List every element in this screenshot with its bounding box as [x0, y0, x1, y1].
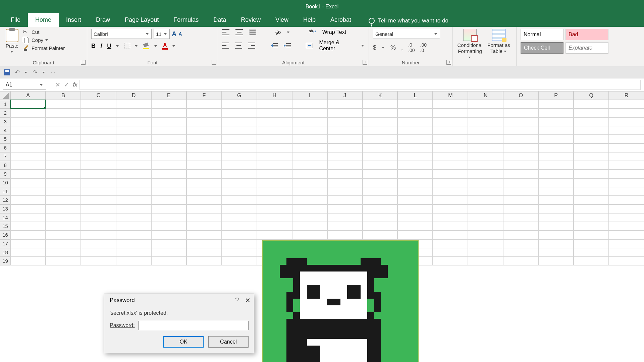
row-header[interactable]: 16 [0, 231, 10, 239]
cell[interactable] [363, 135, 398, 143]
cell[interactable] [222, 187, 257, 196]
cell[interactable] [609, 109, 644, 117]
cell[interactable] [397, 126, 433, 135]
cell[interactable] [151, 196, 186, 204]
cell[interactable] [10, 178, 46, 187]
cell[interactable] [397, 222, 433, 231]
cell[interactable] [503, 187, 538, 196]
cell[interactable] [186, 109, 222, 117]
cell[interactable] [257, 117, 292, 126]
cell[interactable] [292, 231, 327, 239]
column-header[interactable]: Q [574, 91, 609, 100]
cell[interactable] [81, 126, 116, 135]
cell[interactable] [538, 231, 574, 239]
cell[interactable] [151, 187, 186, 196]
column-header[interactable]: F [186, 91, 222, 100]
enter-formula-button[interactable]: ✓ [62, 81, 71, 88]
cell[interactable] [10, 135, 46, 143]
percent-format-button[interactable]: % [390, 44, 396, 51]
cell[interactable] [116, 161, 151, 170]
chevron-down-icon[interactable] [42, 71, 46, 74]
cell[interactable] [574, 135, 609, 143]
number-format-combo[interactable]: General [373, 29, 440, 39]
cell[interactable] [81, 187, 116, 196]
cell[interactable] [10, 257, 46, 265]
cell[interactable] [116, 143, 151, 152]
cell[interactable] [81, 222, 116, 231]
cell[interactable] [222, 135, 257, 143]
cell[interactable] [46, 222, 81, 231]
cell[interactable] [10, 152, 46, 161]
cell[interactable] [10, 196, 46, 204]
cell[interactable] [503, 161, 538, 170]
cell[interactable] [433, 100, 468, 109]
cell[interactable] [609, 257, 644, 265]
formula-input[interactable] [79, 80, 641, 90]
cell[interactable] [433, 231, 468, 239]
cell[interactable] [81, 109, 116, 117]
cell[interactable] [538, 152, 574, 161]
chevron-down-icon[interactable] [116, 44, 119, 48]
cell[interactable] [468, 178, 503, 187]
tab-help[interactable]: Help [296, 13, 323, 27]
cell[interactable] [503, 152, 538, 161]
dialog-launcher-icon[interactable] [363, 60, 367, 65]
cell[interactable] [433, 152, 468, 161]
cell[interactable] [151, 161, 186, 170]
tab-view[interactable]: View [268, 13, 296, 27]
cell[interactable] [397, 170, 433, 178]
cell[interactable] [503, 100, 538, 109]
cell[interactable] [186, 196, 222, 204]
cell[interactable] [257, 135, 292, 143]
column-header[interactable]: P [538, 91, 574, 100]
cell[interactable] [574, 170, 609, 178]
column-header[interactable]: J [327, 91, 363, 100]
cell[interactable] [538, 222, 574, 231]
cell[interactable] [468, 100, 503, 109]
cell[interactable] [257, 231, 292, 239]
cell[interactable] [397, 100, 433, 109]
column-header[interactable]: R [609, 91, 644, 100]
cell[interactable] [46, 187, 81, 196]
cell[interactable] [46, 135, 81, 143]
cell[interactable] [574, 204, 609, 213]
row-header[interactable]: 11 [0, 187, 10, 196]
cell[interactable] [116, 213, 151, 222]
tab-insert[interactable]: Insert [59, 13, 89, 27]
cell[interactable] [609, 231, 644, 239]
cell[interactable] [151, 222, 186, 231]
cell[interactable] [397, 204, 433, 213]
chevron-down-icon[interactable] [287, 31, 290, 34]
style-normal[interactable]: Normal [521, 29, 564, 40]
cell[interactable] [327, 204, 363, 213]
cell[interactable] [257, 222, 292, 231]
cell[interactable] [503, 222, 538, 231]
font-size-combo[interactable]: 11 [154, 29, 170, 39]
cell[interactable] [116, 239, 151, 248]
cell[interactable] [574, 117, 609, 126]
embedded-image-panda[interactable] [262, 240, 419, 362]
cell[interactable] [10, 161, 46, 170]
cell[interactable] [10, 222, 46, 231]
redo-button[interactable]: ↷ [33, 69, 38, 76]
cell[interactable] [292, 152, 327, 161]
row-header[interactable]: 19 [0, 257, 10, 265]
dialog-launcher-icon[interactable] [81, 60, 86, 65]
cell[interactable] [10, 248, 46, 257]
password-input[interactable] [138, 321, 249, 330]
cell[interactable] [574, 196, 609, 204]
cell[interactable] [81, 231, 116, 239]
cell[interactable] [503, 170, 538, 178]
cell[interactable] [292, 187, 327, 196]
cell[interactable] [503, 239, 538, 248]
row-header[interactable]: 12 [0, 196, 10, 204]
align-bottom-icon[interactable] [249, 29, 256, 35]
cell[interactable] [397, 135, 433, 143]
cell[interactable] [609, 126, 644, 135]
cell[interactable] [468, 170, 503, 178]
cell[interactable] [46, 126, 81, 135]
dialog-titlebar[interactable]: Password ? ✕ [104, 294, 254, 307]
cell[interactable] [397, 109, 433, 117]
cell[interactable] [574, 222, 609, 231]
cell[interactable] [151, 178, 186, 187]
